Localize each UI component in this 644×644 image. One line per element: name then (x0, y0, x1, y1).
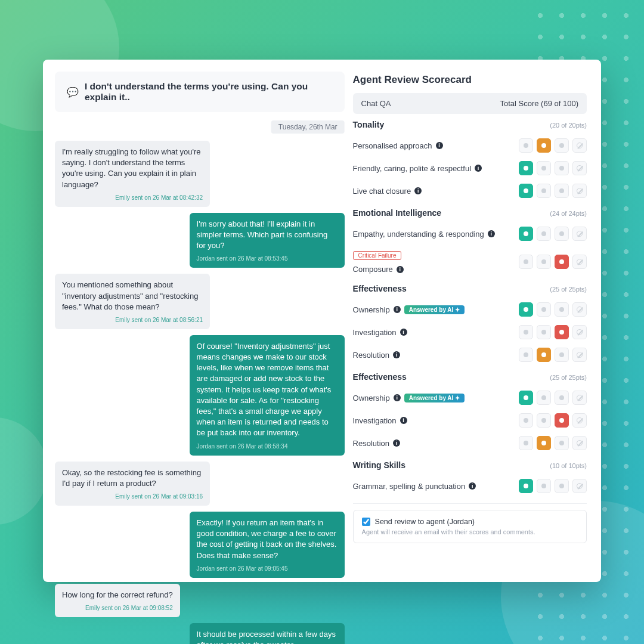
send-review-label[interactable]: Send review to agent (Jordan) (362, 518, 578, 526)
score-button-2[interactable] (555, 391, 569, 405)
score-button-1[interactable] (537, 255, 551, 269)
message-cust: You mentioned something about "inventory… (55, 274, 210, 329)
score-button-3[interactable] (572, 302, 587, 317)
score-button-1[interactable] (537, 391, 551, 405)
score-button-1[interactable] (537, 302, 551, 317)
score-button-2[interactable] (555, 348, 569, 362)
score-button-2[interactable] (555, 479, 569, 493)
score-button-0[interactable] (519, 255, 533, 269)
message-body: Okay, so the restocking fee is something… (62, 467, 203, 489)
score-button-0[interactable] (519, 161, 533, 175)
info-icon[interactable]: i (400, 329, 407, 336)
criterion-row: Friendly, caring, polite & respectfuli (353, 157, 587, 179)
scorecard-panel: Agent Review Scorecard Chat QA Total Sco… (353, 72, 589, 570)
info-icon[interactable]: i (469, 482, 476, 490)
score-button-3[interactable] (572, 227, 587, 241)
info-icon[interactable]: i (488, 230, 495, 237)
info-icon[interactable]: i (394, 394, 401, 401)
score-button-2[interactable] (555, 255, 569, 269)
info-icon[interactable]: i (394, 306, 401, 313)
score-button-3[interactable] (572, 184, 587, 198)
score-button-3[interactable] (572, 348, 587, 362)
score-button-2[interactable] (555, 138, 569, 153)
score-buttons (519, 184, 587, 198)
score-button-1[interactable] (537, 436, 551, 450)
score-button-3[interactable] (572, 255, 587, 269)
critical-failure-badge: Critical Failure (353, 251, 402, 260)
send-review-hint: Agent will receive an email with their s… (362, 528, 578, 535)
score-button-2[interactable] (555, 436, 569, 450)
criterion-row: Investigationi (353, 321, 587, 343)
score-button-3[interactable] (572, 325, 587, 339)
score-button-0[interactable] (519, 391, 533, 405)
score-button-0[interactable] (519, 413, 533, 428)
score-button-3[interactable] (572, 138, 587, 153)
message-meta: Emily sent on 26 Mar at 09:03:16 (62, 493, 203, 501)
section-points: (25 of 25pts) (550, 374, 587, 381)
section-name: Emotional Intelligence (353, 208, 442, 218)
info-icon[interactable]: i (436, 142, 443, 149)
score-button-2[interactable] (555, 161, 569, 175)
total-score: Total Score (69 of 100) (500, 99, 578, 108)
score-button-2[interactable] (555, 184, 569, 198)
scorecard-title: Agent Review Scorecard (353, 74, 587, 86)
info-icon[interactable]: i (414, 187, 422, 194)
section-header: Tonality(20 of 20pts) (353, 120, 587, 129)
info-icon[interactable]: i (400, 417, 407, 424)
criterion-row: Personalised approachi (353, 134, 587, 157)
criterion-label: Investigation (353, 328, 397, 337)
score-button-3[interactable] (572, 391, 587, 405)
message-body: I'm really struggling to follow what you… (62, 147, 203, 190)
info-icon[interactable]: i (393, 351, 400, 358)
score-button-0[interactable] (519, 138, 533, 153)
score-button-2[interactable] (555, 325, 569, 339)
score-button-3[interactable] (572, 413, 587, 428)
criterion-row: OwnershipiAnswered by AI ✦ (353, 386, 587, 409)
message-agent: Exactly! If you return an item that's in… (190, 512, 345, 578)
score-buttons (519, 161, 587, 175)
score-button-1[interactable] (537, 138, 551, 153)
criterion-label: Friendly, caring, polite & respectful (353, 164, 471, 173)
score-button-2[interactable] (555, 413, 569, 428)
section-name: Writing Skills (353, 460, 405, 470)
score-buttons (519, 255, 587, 269)
score-button-1[interactable] (537, 227, 551, 241)
score-button-0[interactable] (519, 436, 533, 450)
score-buttons (519, 391, 587, 405)
score-button-3[interactable] (572, 479, 587, 493)
message-body: You mentioned something about "inventory… (62, 280, 203, 312)
score-button-3[interactable] (572, 436, 587, 450)
score-button-0[interactable] (519, 302, 533, 317)
score-button-0[interactable] (519, 348, 533, 362)
score-button-2[interactable] (555, 227, 569, 241)
message-meta: Jordan sent on 26 Mar at 09:05:45 (197, 565, 338, 573)
info-icon[interactable]: i (475, 165, 482, 172)
chat-header: 💬 I don't understand the terms you're us… (55, 72, 345, 112)
send-review-checkbox[interactable] (362, 518, 370, 526)
score-button-1[interactable] (537, 348, 551, 362)
score-button-1[interactable] (537, 479, 551, 493)
message-body: How long for the correct refund? (62, 590, 173, 600)
score-button-1[interactable] (537, 161, 551, 175)
score-button-1[interactable] (537, 184, 551, 198)
message-agent: Of course! "Inventory adjustments" just … (190, 335, 345, 456)
info-icon[interactable]: i (397, 266, 404, 273)
ai-badge: Answered by AI ✦ (404, 305, 465, 314)
message-body: Exactly! If you return an item that's in… (197, 518, 338, 561)
score-button-3[interactable] (572, 161, 587, 175)
score-buttons (519, 436, 587, 450)
info-icon[interactable]: i (393, 439, 400, 447)
score-button-0[interactable] (519, 227, 533, 241)
chat-icon: 💬 (67, 86, 79, 98)
score-button-1[interactable] (537, 413, 551, 428)
score-button-0[interactable] (519, 325, 533, 339)
score-buttons (519, 325, 587, 339)
score-button-1[interactable] (537, 325, 551, 339)
section-header: Effectiveness(25 of 25pts) (353, 372, 587, 382)
message-cust: I'm really struggling to follow what you… (55, 141, 210, 207)
criterion-row: Grammar, spelling & punctuationi (353, 475, 587, 497)
score-button-0[interactable] (519, 479, 533, 493)
score-button-2[interactable] (555, 302, 569, 317)
score-button-0[interactable] (519, 184, 533, 198)
section-header: Emotional Intelligence(24 of 24pts) (353, 208, 587, 218)
